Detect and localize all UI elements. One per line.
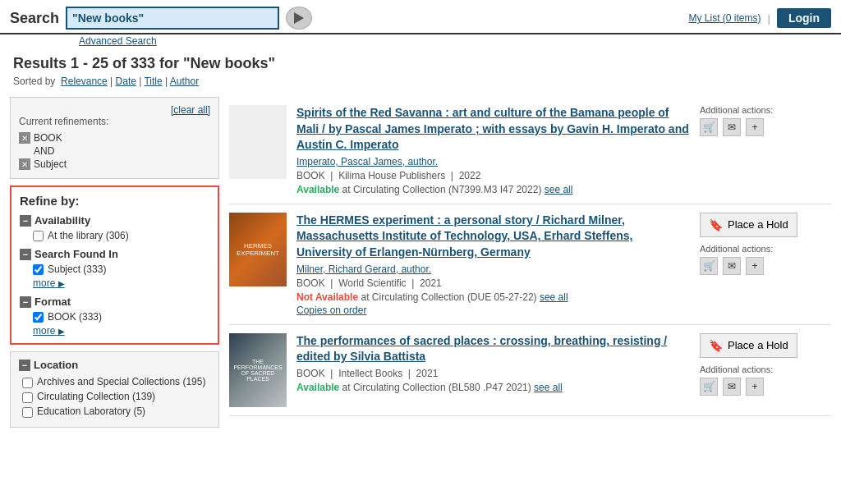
- remove-subject-button[interactable]: ✕: [19, 158, 30, 170]
- thumb-image-3: THE PERFORMANCES OF SACRED PLACES: [229, 333, 287, 407]
- action-icons-2: 🛒 ✉ +: [700, 257, 831, 275]
- hold-label-3: Place a Hold: [728, 339, 788, 351]
- format-label: Format: [34, 296, 71, 308]
- education-checkbox[interactable]: [22, 407, 33, 418]
- format-section: − Format: [20, 296, 209, 308]
- sort-title[interactable]: Title: [144, 76, 162, 87]
- place-hold-button-3[interactable]: 🔖 Place a Hold: [700, 333, 797, 358]
- refinement-and: AND: [19, 145, 210, 157]
- action-icons-1: 🛒 ✉ +: [700, 118, 831, 136]
- sidebar: [clear all] Current refinements: ✕ BOOK …: [10, 97, 219, 428]
- location-label: Location: [34, 359, 78, 371]
- refine-by-title: Refine by:: [20, 194, 209, 208]
- more-format-arrow: ▶: [58, 327, 65, 336]
- archives-checkbox[interactable]: [22, 378, 33, 388]
- plus-icon-2[interactable]: +: [746, 257, 764, 275]
- header: Search My List (0 items) | Login: [0, 0, 841, 34]
- subject-checkbox[interactable]: [33, 264, 44, 275]
- see-all-3[interactable]: see all: [534, 382, 563, 393]
- sorted-by-label: Sorted by: [13, 76, 55, 87]
- more-format-link[interactable]: more ▶: [33, 325, 209, 337]
- subject-label: Subject (333): [48, 263, 106, 275]
- plus-icon-1[interactable]: +: [746, 118, 764, 136]
- result-thumb-3: THE PERFORMANCES OF SACRED PLACES: [229, 333, 287, 407]
- action-icons-3: 🛒 ✉ +: [700, 378, 831, 396]
- plus-icon-3[interactable]: +: [746, 378, 764, 396]
- result-actions-2: 🔖 Place a Hold Additional actions: 🛒 ✉ +: [700, 213, 831, 316]
- result-author-2[interactable]: Milner, Richard Gerard, author.: [296, 263, 690, 275]
- result-author-1[interactable]: Imperato, Pascal James, author.: [296, 156, 690, 167]
- at-library-checkbox[interactable]: [33, 231, 44, 241]
- collapse-searchfound-icon[interactable]: −: [20, 249, 31, 260]
- play-icon: [294, 12, 304, 24]
- result-item-1: Spirits of the Red Savanna : art and cul…: [229, 97, 831, 204]
- mylist-link[interactable]: My List (0 items): [688, 12, 761, 24]
- book-format-checkbox[interactable]: [33, 312, 44, 323]
- copies-on-order-2[interactable]: Copies on order: [296, 305, 690, 316]
- results-list: Spirits of the Red Savanna : art and cul…: [229, 97, 831, 428]
- email-icon-3[interactable]: ✉: [723, 378, 741, 396]
- clear-all-link[interactable]: [clear all]: [171, 104, 210, 116]
- additional-label-2: Additional actions:: [700, 244, 831, 254]
- location-title: − Location: [19, 359, 210, 371]
- collapse-availability-icon[interactable]: −: [20, 215, 31, 227]
- result-title-2[interactable]: The HERMES experiment : a personal story…: [296, 213, 632, 259]
- result-avail-3: Available at Circulating Collection (BL5…: [296, 382, 690, 393]
- search-label: Search: [10, 10, 59, 27]
- place-hold-button-2[interactable]: 🔖 Place a Hold: [700, 213, 797, 237]
- email-icon-2[interactable]: ✉: [723, 257, 741, 275]
- archives-label: Archives and Special Collections (195): [37, 376, 205, 387]
- availability-label: Availability: [34, 214, 90, 227]
- refinement-book: ✕ BOOK: [19, 132, 210, 144]
- result-thumb-1: [229, 105, 287, 179]
- search-input[interactable]: [66, 7, 279, 30]
- main-layout: [clear all] Current refinements: ✕ BOOK …: [0, 90, 841, 434]
- collapse-location-icon[interactable]: −: [19, 360, 30, 371]
- collapse-format-icon[interactable]: −: [20, 296, 31, 308]
- book-format-item: BOOK (333): [33, 311, 209, 323]
- sort-relevance[interactable]: Relevance: [61, 76, 108, 87]
- pipe-separator: |: [768, 12, 770, 25]
- result-title-3[interactable]: The performances of sacred places : cros…: [296, 334, 667, 364]
- result-avail-2: Not Available at Circulating Collection …: [296, 291, 690, 303]
- refinements-box: [clear all] Current refinements: ✕ BOOK …: [10, 97, 219, 179]
- result-title-1[interactable]: Spirits of the Red Savanna : art and cul…: [296, 106, 689, 151]
- hold-icon-3: 🔖: [709, 339, 723, 352]
- hold-label-2: Place a Hold: [728, 218, 788, 231]
- circulating-checkbox[interactable]: [22, 392, 33, 403]
- availability-status-1: Available: [296, 184, 339, 195]
- result-content-3: The performances of sacred places : cros…: [296, 333, 690, 407]
- availability-status-2: Not Available: [296, 291, 358, 303]
- subject-item: Subject (333): [33, 263, 209, 275]
- sort-date[interactable]: Date: [116, 76, 136, 87]
- sort-bar: Sorted by Relevance | Date | Title | Aut…: [13, 76, 828, 87]
- result-content-2: The HERMES experiment : a personal story…: [296, 213, 690, 316]
- at-library-item: At the library (306): [33, 230, 209, 241]
- search-found-label: Search Found In: [34, 248, 118, 260]
- result-meta-2: BOOK | World Scientific | 2021: [296, 277, 690, 289]
- location-archives: Archives and Special Collections (195): [22, 376, 210, 388]
- refinement-subject: ✕ Subject: [19, 158, 210, 170]
- advanced-search-link[interactable]: Advanced Search: [79, 35, 157, 47]
- additional-label-1: Additional actions:: [700, 105, 831, 115]
- book-format-label: BOOK (333): [48, 311, 102, 323]
- additional-label-3: Additional actions:: [700, 364, 831, 374]
- cart-icon-3[interactable]: 🛒: [700, 378, 718, 396]
- result-item-3: THE PERFORMANCES OF SACRED PLACES The pe…: [229, 325, 831, 416]
- search-found-section: − Search Found In: [20, 248, 209, 260]
- refine-by-box: Refine by: − Availability At the library…: [10, 186, 219, 345]
- search-button[interactable]: [286, 7, 312, 30]
- header-right: My List (0 items) | Login: [688, 8, 831, 28]
- cart-icon-2[interactable]: 🛒: [700, 257, 718, 275]
- location-education: Education Laboratory (5): [22, 405, 210, 418]
- see-all-1[interactable]: see all: [545, 184, 573, 195]
- refinement-and-label: AND: [34, 145, 54, 157]
- more-subject-link[interactable]: more ▶: [33, 277, 209, 289]
- sort-author[interactable]: Author: [170, 76, 199, 87]
- result-actions-3: 🔖 Place a Hold Additional actions: 🛒 ✉ +: [700, 333, 831, 407]
- login-button[interactable]: Login: [777, 8, 831, 28]
- email-icon-1[interactable]: ✉: [723, 118, 741, 136]
- see-all-2[interactable]: see all: [540, 291, 568, 303]
- cart-icon-1[interactable]: 🛒: [700, 118, 718, 136]
- remove-book-button[interactable]: ✕: [19, 132, 30, 144]
